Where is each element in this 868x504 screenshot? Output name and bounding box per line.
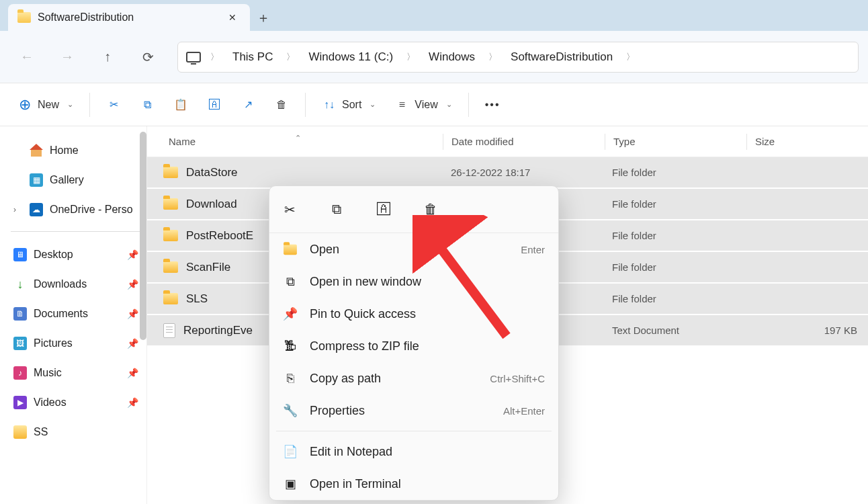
sidebar-item-pictures[interactable]: 🖼Pictures📌	[9, 329, 142, 358]
folder-icon	[163, 167, 178, 178]
sidebar-item-home[interactable]: Home	[9, 136, 142, 165]
nav-bar: ← → ↑ ⟳ 〉 This PC 〉 Windows 11 (C:) 〉 Wi…	[0, 31, 868, 83]
up-button[interactable]: ↑	[90, 43, 125, 71]
file-icon	[163, 323, 175, 338]
ctx-compress-zip[interactable]: 🗜Compress to ZIP file	[269, 330, 558, 362]
breadcrumb-seg[interactable]: Windows	[425, 48, 479, 67]
cut-button[interactable]: ✂	[279, 199, 300, 220]
table-row[interactable]: DataStore26-12-2022 18:17File folder	[147, 157, 868, 189]
music-icon: ♪	[13, 366, 27, 380]
pin-icon: 📌	[127, 279, 138, 290]
ctx-properties[interactable]: 🔧PropertiesAlt+Enter	[269, 394, 558, 427]
sidebar-label: Videos	[34, 396, 67, 409]
chevron-down-icon: ⌄	[446, 100, 452, 109]
sidebar-item-videos[interactable]: ▶Videos📌	[9, 388, 142, 417]
terminal-icon: ▣	[283, 476, 298, 491]
view-label: View	[415, 99, 437, 111]
breadcrumb-seg[interactable]: SoftwareDistribution	[507, 48, 617, 67]
file-name: PostRebootE	[186, 229, 253, 243]
paste-icon: 📋	[173, 97, 188, 112]
breadcrumb-seg[interactable]: Windows 11 (C:)	[304, 48, 397, 67]
view-icon: ≡	[394, 97, 409, 112]
delete-button[interactable]: 🗑	[266, 90, 297, 120]
sidebar-label: Music	[34, 367, 62, 379]
rename-button[interactable]: 🄰	[373, 199, 394, 220]
zip-icon: 🗜	[283, 339, 298, 353]
file-type: Text Document	[604, 325, 745, 336]
copy-icon: ⧉	[332, 202, 341, 217]
ctx-pin-quick-access[interactable]: 📌Pin to Quick access	[269, 298, 558, 330]
col-type[interactable]: Type	[605, 136, 746, 147]
ctx-open-terminal[interactable]: ▣Open in Terminal	[269, 468, 558, 500]
chevron-right-icon[interactable]: ›	[13, 205, 23, 214]
sort-icon: ↑↓	[322, 97, 337, 112]
file-name: ReportingEve	[183, 324, 253, 337]
sidebar-item-downloads[interactable]: ↓Downloads📌	[9, 269, 142, 299]
sidebar-label: Downloads	[34, 278, 87, 290]
new-tab-button[interactable]: ＋	[250, 4, 277, 31]
onedrive-icon: ☁	[30, 203, 43, 216]
sidebar-item-ss[interactable]: SS	[9, 417, 142, 447]
new-button[interactable]: ⊕ New ⌄	[9, 90, 81, 120]
chevron-right-icon[interactable]: 〉	[486, 51, 500, 63]
tab-title: SoftwareDistribution	[38, 11, 218, 24]
folder-icon	[13, 425, 27, 439]
chevron-right-icon[interactable]: 〉	[623, 51, 638, 63]
paste-button[interactable]: 📋	[165, 90, 196, 120]
sort-button[interactable]: ↑↓ Sort ⌄	[314, 90, 384, 120]
back-button[interactable]: ←	[9, 43, 44, 71]
copy-button[interactable]: ⧉	[326, 199, 347, 220]
sidebar-item-gallery[interactable]: ▦Gallery	[9, 165, 142, 195]
cut-button[interactable]: ✂	[98, 90, 129, 120]
active-tab[interactable]: SoftwareDistribution ✕	[8, 4, 250, 31]
address-bar[interactable]: 〉 This PC 〉 Windows 11 (C:) 〉 Windows 〉 …	[177, 42, 859, 73]
breadcrumb-seg[interactable]: This PC	[228, 48, 277, 67]
sidebar: Home ▦Gallery ›☁OneDrive - Perso 🖥Deskto…	[0, 126, 146, 504]
ctx-edit-notepad[interactable]: 📄Edit in Notepad	[269, 435, 558, 468]
view-button[interactable]: ≡ View ⌄	[386, 90, 460, 120]
chevron-right-icon[interactable]: 〉	[284, 51, 298, 63]
scrollbar[interactable]	[140, 132, 146, 340]
column-headers: ⌃Name Date modified Type Size	[147, 126, 868, 157]
folder-icon	[163, 198, 178, 210]
sidebar-item-onedrive[interactable]: ›☁OneDrive - Perso	[9, 195, 142, 224]
sidebar-item-music[interactable]: ♪Music📌	[9, 358, 142, 388]
more-button[interactable]: •••	[477, 90, 509, 120]
sidebar-label: Home	[50, 144, 79, 157]
scissors-icon: ✂	[284, 202, 296, 218]
sort-asc-icon: ⌃	[295, 134, 301, 142]
file-type: File folder	[604, 230, 745, 241]
chevron-right-icon[interactable]: 〉	[404, 51, 418, 63]
share-button[interactable]: ↗	[232, 90, 263, 120]
desktop-icon: 🖥	[13, 248, 27, 261]
col-size[interactable]: Size	[747, 136, 868, 147]
pin-icon: 📌	[127, 308, 138, 319]
col-name[interactable]: ⌃Name	[147, 136, 443, 147]
folder-icon	[163, 293, 178, 304]
tab-bar: SoftwareDistribution ✕ ＋	[0, 0, 868, 31]
pin-icon: 📌	[127, 338, 138, 349]
forward-button[interactable]: →	[50, 43, 85, 71]
sidebar-item-documents[interactable]: 🗎Documents📌	[9, 299, 142, 329]
chevron-right-icon[interactable]: 〉	[208, 51, 222, 63]
documents-icon: 🗎	[13, 307, 27, 321]
ctx-open[interactable]: OpenEnter	[269, 233, 558, 265]
ellipsis-icon: •••	[485, 99, 501, 111]
ctx-open-new-window[interactable]: ⧉Open in new window	[269, 265, 558, 298]
ctx-copy-path[interactable]: ⎘Copy as pathCtrl+Shift+C	[269, 362, 558, 394]
copy-button[interactable]: ⧉	[132, 90, 163, 120]
toolbar: ⊕ New ⌄ ✂ ⧉ 📋 🄰 ↗ 🗑 ↑↓ Sort ⌄ ≡ View ⌄ •…	[0, 83, 868, 126]
pin-icon: 📌	[283, 306, 298, 321]
file-type: File folder	[604, 198, 745, 210]
copy-icon: ⧉	[140, 97, 155, 112]
delete-button[interactable]: 🗑	[420, 199, 441, 220]
close-tab-button[interactable]: ✕	[224, 9, 241, 26]
col-date[interactable]: Date modified	[443, 136, 605, 147]
new-label: New	[38, 99, 59, 111]
refresh-button[interactable]: ⟳	[130, 43, 165, 71]
trash-icon: 🗑	[424, 202, 437, 217]
folder-icon	[163, 261, 178, 273]
rename-button[interactable]: 🄰	[199, 90, 230, 120]
sidebar-item-desktop[interactable]: 🖥Desktop📌	[9, 240, 142, 269]
downloads-icon: ↓	[13, 278, 27, 291]
